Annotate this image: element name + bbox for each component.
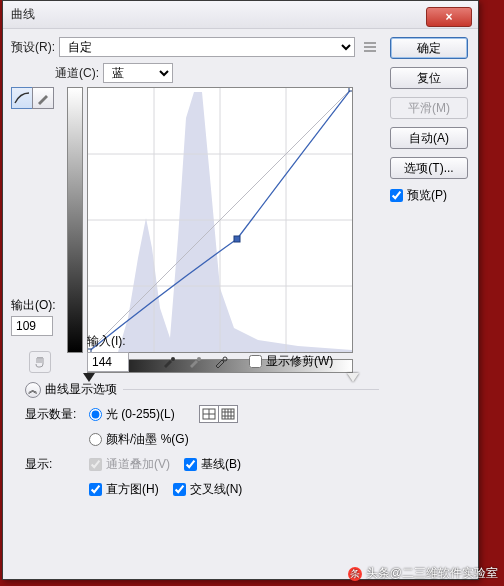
channel-select[interactable]: 蓝 [103, 63, 173, 83]
grid-coarse-button[interactable] [199, 405, 219, 423]
separator [123, 389, 379, 390]
display-options-label: 曲线显示选项 [45, 381, 117, 398]
expand-toggle-icon[interactable]: ︽ [25, 382, 41, 398]
gray-eyedropper[interactable] [185, 351, 205, 371]
curve-draw-tool[interactable] [32, 87, 54, 109]
svg-point-15 [223, 357, 227, 361]
check-crosshair[interactable]: 交叉线(N) [173, 481, 243, 498]
channel-label: 通道(C): [55, 65, 99, 82]
ok-button[interactable]: 确定 [390, 37, 468, 59]
input-field[interactable] [87, 352, 129, 372]
radio-ink[interactable]: 颜料/油墨 %(G) [89, 431, 189, 448]
svg-point-14 [197, 357, 201, 361]
options-button[interactable]: 选项(T)... [390, 157, 468, 179]
preset-menu-icon[interactable] [361, 38, 379, 56]
watermark: 条 头条@二三维软件实验室 [348, 565, 498, 582]
check-histogram[interactable]: 直方图(H) [89, 481, 159, 498]
close-button[interactable]: × [426, 7, 472, 27]
curve-grid[interactable] [87, 87, 353, 353]
title-bar[interactable]: 曲线 × [3, 1, 478, 29]
white-eyedropper[interactable] [211, 351, 231, 371]
show-label: 显示: [25, 456, 89, 473]
svg-point-13 [171, 357, 175, 361]
output-label: 输出(O): [11, 297, 67, 314]
close-icon: × [445, 10, 452, 24]
radio-light[interactable]: 光 (0-255)(L) [89, 406, 175, 423]
auto-button[interactable]: 自动(A) [390, 127, 468, 149]
curves-dialog: 曲线 × 预设(R): 自定 通道(C): 蓝 [2, 0, 479, 580]
black-eyedropper[interactable] [159, 351, 179, 371]
check-channel-overlay[interactable]: 通道叠加(V) [89, 456, 170, 473]
grid-fine-button[interactable] [218, 405, 238, 423]
output-field[interactable] [11, 316, 53, 336]
watermark-icon: 条 [348, 567, 362, 581]
output-gradient [67, 87, 83, 353]
preview-checkbox[interactable]: 预览(P) [390, 187, 468, 204]
svg-rect-11 [234, 236, 240, 242]
svg-rect-12 [349, 88, 352, 91]
targeted-adjust-tool[interactable] [29, 351, 51, 373]
preset-select[interactable]: 自定 [59, 37, 355, 57]
preset-label: 预设(R): [11, 39, 55, 56]
smooth-button: 平滑(M) [390, 97, 468, 119]
input-label: 输入(I): [87, 333, 129, 350]
window-title: 曲线 [11, 6, 426, 23]
curve-point-tool[interactable] [11, 87, 33, 109]
show-clipping-checkbox[interactable]: 显示修剪(W) [249, 353, 333, 370]
check-baseline[interactable]: 基线(B) [184, 456, 241, 473]
display-amount-label: 显示数量: [25, 406, 89, 423]
reset-button[interactable]: 复位 [390, 67, 468, 89]
